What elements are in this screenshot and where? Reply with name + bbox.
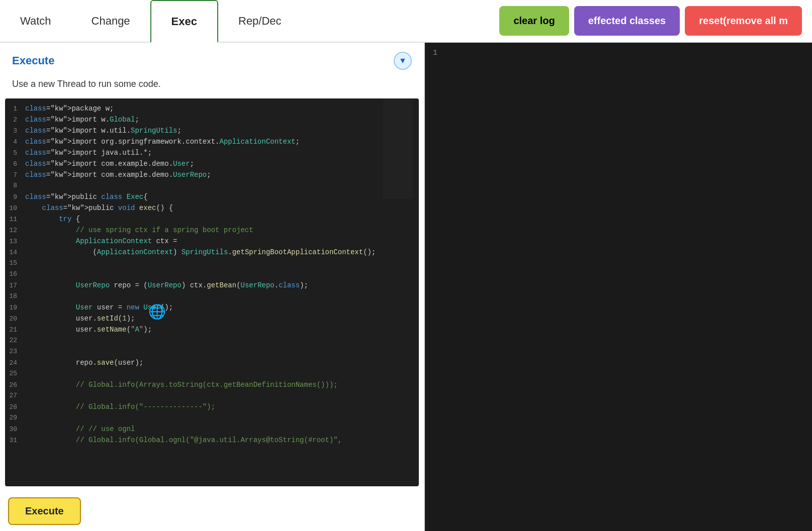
line-number: 21 <box>5 325 25 335</box>
line-content: class="kw">import java.util.*; <box>25 148 419 158</box>
code-line: 2class="kw">import w.Global; <box>5 115 419 126</box>
code-line: 21 user.setName("A"); <box>5 325 419 336</box>
code-line: 6class="kw">import com.example.demo.User… <box>5 159 419 170</box>
dropdown-button[interactable]: ▼ <box>394 52 412 70</box>
line-number: 26 <box>5 380 25 390</box>
code-line: 9class="kw">public class Exec{ <box>5 192 419 203</box>
line-number: 24 <box>5 358 25 368</box>
line-number: 14 <box>5 248 25 258</box>
code-line: 24 repo.save(user); <box>5 358 419 369</box>
line-number: 29 <box>5 413 25 423</box>
line-number: 2 <box>5 115 25 125</box>
line-number: 19 <box>5 303 25 313</box>
code-line: 12 // use spring ctx if a spring boot pr… <box>5 225 419 236</box>
code-line: 16 <box>5 269 419 280</box>
code-line: 5class="kw">import java.util.*; <box>5 148 419 159</box>
line-number: 13 <box>5 237 25 247</box>
code-lines: 1class="kw">package w;2class="kw">import… <box>5 98 419 451</box>
line-number: 22 <box>5 336 25 346</box>
line-number: 4 <box>5 137 25 147</box>
code-line: 15 <box>5 258 419 269</box>
tab-spacer <box>302 0 500 42</box>
line-content: try { <box>25 214 419 225</box>
line-number: 25 <box>5 369 25 379</box>
right-panel: 1 <box>425 43 812 531</box>
line-number: 11 <box>5 215 25 225</box>
line-content: class="kw">import w.util.SpringUtils; <box>25 126 419 136</box>
line-number: 15 <box>5 258 25 268</box>
line-number: 8 <box>5 181 25 191</box>
code-line: 27 <box>5 391 419 402</box>
line-content: // // use ognl <box>25 424 419 435</box>
chevron-down-icon: ▼ <box>399 56 407 65</box>
code-line: 23 <box>5 347 419 358</box>
code-line: 13 ApplicationContext ctx = <box>5 236 419 247</box>
tab-watch[interactable]: Watch <box>0 0 71 42</box>
line-number: 10 <box>5 203 25 214</box>
line-number: 18 <box>5 291 25 301</box>
line-number: 17 <box>5 281 25 291</box>
code-line: 29 <box>5 413 419 424</box>
execute-header: Execute ▼ <box>0 43 424 75</box>
line-content: repo.save(user); <box>25 358 419 368</box>
code-line: 10 class="kw">public void exec() { <box>5 203 419 214</box>
reset-button[interactable]: reset(remove all m <box>685 6 802 36</box>
code-line: 17 UserRepo repo = (UserRepo) ctx.getBea… <box>5 280 419 291</box>
tab-exec[interactable]: Exec <box>150 0 218 43</box>
line-content: User user = new User(); <box>25 302 419 313</box>
line-content: // Global.info(Arrays.toString(ctx.getBe… <box>25 380 419 390</box>
line-content: (ApplicationContext) SpringUtils.getSpri… <box>25 247 419 258</box>
line-content: user.setName("A"); <box>25 325 419 335</box>
execute-description: Use a new Thread to run some code. <box>0 75 424 98</box>
line-content: class="kw">public class Exec{ <box>25 192 419 202</box>
line-number: 6 <box>5 159 25 169</box>
log-line-number: 1 <box>433 49 804 57</box>
code-editor[interactable]: 1class="kw">package w;2class="kw">import… <box>5 98 419 486</box>
code-line: 22 <box>5 336 419 347</box>
code-line: 19 User user = new User(); <box>5 302 419 313</box>
line-number: 20 <box>5 314 25 324</box>
line-number: 1 <box>5 104 25 114</box>
code-line: 25 <box>5 369 419 380</box>
line-number: 9 <box>5 192 25 202</box>
line-content: class="kw">public void exec() { <box>25 203 419 214</box>
code-line: 3class="kw">import w.util.SpringUtils; <box>5 126 419 137</box>
top-bar: Watch Change Exec Rep/Dec clear log effe… <box>0 0 812 43</box>
main-content: Execute ▼ Use a new Thread to run some c… <box>0 43 812 531</box>
code-line: 18 <box>5 291 419 302</box>
code-line: 7class="kw">import com.example.demo.User… <box>5 170 419 181</box>
line-number: 16 <box>5 269 25 279</box>
line-number: 3 <box>5 126 25 136</box>
code-line: 8 <box>5 181 419 192</box>
line-number: 31 <box>5 436 25 446</box>
code-line: 14 (ApplicationContext) SpringUtils.getS… <box>5 247 419 258</box>
tab-change[interactable]: Change <box>71 0 150 42</box>
line-number: 5 <box>5 148 25 158</box>
line-number: 7 <box>5 170 25 180</box>
execute-title: Execute <box>12 54 54 67</box>
code-line: 1class="kw">package w; <box>5 103 419 115</box>
line-number: 28 <box>5 402 25 412</box>
code-line: 31 // Global.info(Global.ognl("@java.uti… <box>5 435 419 446</box>
code-line: 26 // Global.info(Arrays.toString(ctx.ge… <box>5 380 419 391</box>
code-line: 4class="kw">import org.springframework.c… <box>5 137 419 148</box>
effected-classes-button[interactable]: effected classes <box>574 6 680 36</box>
left-panel: Execute ▼ Use a new Thread to run some c… <box>0 43 425 531</box>
code-line: 30 // // use ognl <box>5 424 419 435</box>
line-content: class="kw">import org.springframework.co… <box>25 137 419 147</box>
tab-rep-dec[interactable]: Rep/Dec <box>218 0 302 42</box>
line-content: // use spring ctx if a spring boot proje… <box>25 225 419 236</box>
line-content: class="kw">package w; <box>25 103 419 114</box>
line-content: // Global.info("--------------"); <box>25 402 419 412</box>
line-content: class="kw">import w.Global; <box>25 115 419 125</box>
clear-log-button[interactable]: clear log <box>499 6 569 36</box>
execute-button[interactable]: Execute <box>8 497 81 525</box>
code-line: 11 try { <box>5 214 419 225</box>
code-minimap <box>383 98 413 199</box>
line-content: class="kw">import com.example.demo.User; <box>25 159 419 169</box>
line-number: 23 <box>5 347 25 357</box>
line-content: ApplicationContext ctx = <box>25 236 419 247</box>
line-content: UserRepo repo = (UserRepo) ctx.getBean(U… <box>25 280 419 291</box>
action-buttons: clear log effected classes reset(remove … <box>499 0 812 42</box>
line-content: class="kw">import com.example.demo.UserR… <box>25 170 419 180</box>
